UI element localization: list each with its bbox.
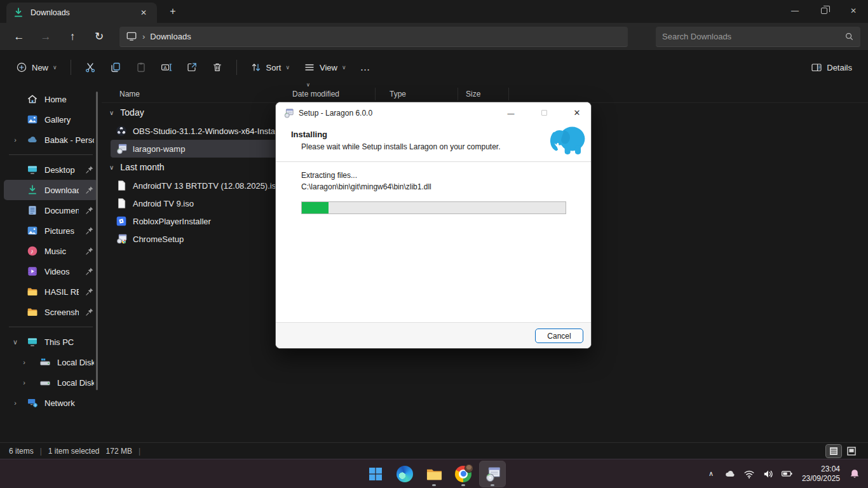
share-button[interactable] [180, 56, 203, 79]
window-controls: — ✕ [780, 0, 868, 22]
sidebar-divider [9, 154, 93, 155]
sidebar-item-music[interactable]: ♪ Music [4, 241, 98, 261]
back-button[interactable]: ← [8, 27, 31, 47]
sidebar-item-desktop[interactable]: Desktop [4, 159, 98, 180]
collapse-chevron-icon[interactable]: ∨ [11, 338, 19, 346]
svg-text:A: A [163, 65, 166, 71]
folder-icon [27, 306, 38, 318]
search-box[interactable] [656, 27, 860, 47]
documents-icon [27, 205, 38, 216]
copy-button[interactable] [104, 56, 127, 79]
column-header-size[interactable]: Size [458, 88, 509, 100]
column-header-name[interactable]: Name [112, 88, 285, 100]
taskbar: ∧ 23:04 23/09/2025 [0, 459, 868, 488]
sidebar-item-documents[interactable]: Documents [4, 200, 98, 220]
installer-icon [116, 143, 127, 154]
sidebar-item-home[interactable]: Home [4, 89, 98, 109]
pin-icon [85, 186, 94, 194]
sidebar-item-pictures[interactable]: Pictures [4, 220, 98, 241]
dialog-title-bar[interactable]: Setup - Laragon 6.0.0 — ✕ [276, 102, 591, 123]
pin-icon [85, 165, 94, 174]
paste-button[interactable] [130, 56, 153, 79]
window-close-button[interactable]: ✕ [839, 0, 868, 22]
sort-icon [250, 62, 262, 73]
pin-icon [85, 287, 94, 296]
group-collapse-icon[interactable]: ∨ [109, 164, 114, 171]
expand-chevron-icon[interactable]: › [20, 379, 28, 386]
cut-button[interactable] [79, 56, 102, 79]
svg-text:♪: ♪ [31, 248, 34, 255]
sidebar-scrollbar[interactable] [96, 92, 98, 390]
up-button[interactable]: ↑ [61, 27, 84, 47]
expand-chevron-icon[interactable]: › [11, 399, 19, 407]
rename-button[interactable]: A [155, 56, 178, 79]
breadcrumb-location[interactable]: Downloads [150, 32, 191, 41]
volume-icon[interactable] [760, 461, 776, 487]
onedrive-tray-icon[interactable] [722, 461, 738, 487]
wifi-icon[interactable] [741, 461, 757, 487]
start-button[interactable] [363, 461, 388, 487]
refresh-button[interactable]: ↻ [88, 27, 111, 47]
hidden-icons-chevron[interactable]: ∧ [703, 461, 719, 487]
iso-file-icon [116, 198, 127, 209]
column-headers: Name ∨ Date modified Type Size [102, 85, 868, 103]
address-bar[interactable]: › Downloads [119, 27, 628, 47]
notification-bell-icon[interactable] [846, 461, 863, 487]
sidebar-item-local-disk-d[interactable]: › Local Disk (D:) [4, 372, 98, 393]
expand-chevron-icon[interactable]: › [20, 358, 28, 366]
cancel-button[interactable]: Cancel [535, 329, 583, 343]
pin-icon [85, 267, 94, 276]
dialog-close-button[interactable]: ✕ [563, 102, 591, 123]
large-icons-view-toggle[interactable] [844, 445, 859, 458]
sidebar-item-onedrive[interactable]: › Babak - Persona [4, 130, 98, 150]
clock-time: 23:04 [802, 464, 840, 474]
new-button[interactable]: New ∨ [10, 56, 63, 79]
chrome-taskbar-icon[interactable] [451, 461, 476, 487]
view-button[interactable]: View ∨ [298, 56, 352, 79]
column-header-date-modified[interactable]: ∨ Date modified [285, 88, 376, 100]
sidebar-item-hasil-rekam[interactable]: HASIL REKAM [4, 281, 98, 302]
dialog-minimize-button[interactable]: — [497, 102, 525, 123]
chrome-logo [455, 466, 471, 482]
dialog-footer: Cancel [276, 322, 591, 349]
taskbar-clock[interactable]: 23:04 23/09/2025 [798, 464, 844, 484]
window-minimize-button[interactable]: — [780, 0, 810, 22]
forward-button[interactable]: → [34, 27, 57, 47]
downloads-icon [13, 7, 24, 18]
sidebar-item-screenshots[interactable]: Screenshots [4, 302, 98, 322]
command-bar: New ∨ A [0, 51, 868, 84]
group-collapse-icon[interactable]: ∨ [109, 109, 114, 116]
tab-downloads[interactable]: Downloads ✕ [6, 3, 157, 23]
details-pane-icon [811, 62, 822, 73]
delete-button[interactable] [206, 56, 229, 79]
sort-button[interactable]: Sort ∨ [245, 56, 295, 79]
window-restore-button[interactable] [810, 0, 839, 22]
column-header-type[interactable]: Type [382, 88, 458, 100]
details-view-toggle[interactable] [826, 445, 841, 458]
maximize-icon [541, 110, 547, 116]
battery-icon[interactable] [779, 461, 796, 487]
expand-chevron-icon[interactable]: › [11, 136, 19, 144]
laragon-elephant-logo [550, 123, 587, 160]
edge-icon[interactable] [392, 461, 417, 487]
dialog-subheading: Please wait while Setup installs Laragon… [301, 142, 591, 151]
sidebar-item-videos[interactable]: Videos [4, 261, 98, 281]
sidebar-item-this-pc[interactable]: ∨ This PC [4, 332, 98, 352]
more-options-button[interactable]: … [355, 56, 376, 79]
paste-icon [135, 62, 147, 73]
search-input[interactable] [662, 32, 844, 41]
details-pane-button[interactable]: Details [805, 56, 858, 79]
sidebar-item-network[interactable]: › Network [4, 393, 98, 413]
sidebar-item-local-disk-c[interactable]: › Local Disk (C:) [4, 352, 98, 372]
drive-c-icon [39, 356, 51, 368]
setup-taskbar-icon[interactable] [480, 461, 505, 487]
new-tab-button[interactable]: + [166, 4, 180, 18]
sidebar-item-downloads[interactable]: Downloads [4, 180, 98, 200]
tab-bar: Downloads ✕ + — ✕ [0, 0, 868, 23]
tab-close-icon[interactable]: ✕ [137, 6, 151, 20]
folder-icon [27, 286, 38, 297]
breadcrumb-chevron-icon: › [142, 32, 145, 41]
sidebar-item-gallery[interactable]: Gallery [4, 109, 98, 130]
file-explorer-taskbar-icon[interactable] [421, 461, 447, 487]
sidebar-divider [9, 327, 93, 327]
